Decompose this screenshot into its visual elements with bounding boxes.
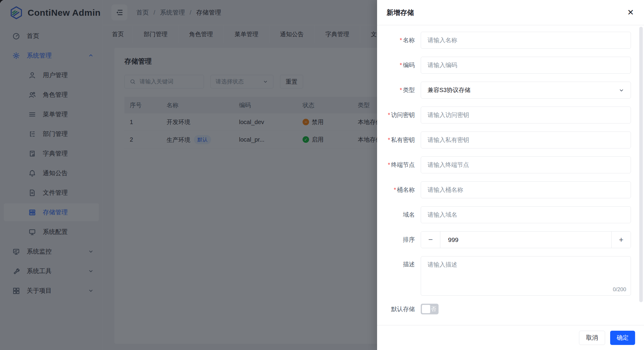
field-label: 桶名称: [377, 186, 421, 194]
bucket-name-field[interactable]: [421, 181, 631, 198]
stepper-minus-button[interactable]: −: [421, 232, 440, 248]
field-label: 类型: [377, 86, 421, 94]
field-label: 编码: [377, 61, 421, 69]
form-row-access-key: 访问密钥: [377, 107, 631, 123]
form-row-type: 类型 兼容S3协议存储: [377, 82, 631, 99]
form-row-secret-key: 私有密钥: [377, 132, 631, 148]
field-label: 访问密钥: [377, 111, 421, 119]
form-row-bucket: 桶名称: [377, 181, 631, 198]
name-field[interactable]: [421, 32, 631, 49]
drawer-title: 新增存储: [387, 8, 414, 17]
drawer-form: 名称 编码 类型 兼容S3协议存储 访问密钥: [377, 26, 644, 325]
drawer-header: 新增存储 ✕: [377, 0, 644, 25]
description-textarea[interactable]: [421, 256, 631, 296]
field-label: 默认存储: [377, 305, 421, 313]
domain-field[interactable]: [421, 206, 631, 223]
stepper-plus-button[interactable]: +: [611, 232, 631, 248]
add-storage-drawer: 新增存储 ✕ 名称 编码 类型 兼容S3协议存储: [377, 0, 644, 350]
drawer-scrollbar-thumb[interactable]: [639, 27, 643, 302]
code-field[interactable]: [421, 57, 631, 74]
drawer-footer: 取消 确定: [377, 325, 644, 350]
form-row-default-storage: 默认存储 否: [377, 304, 631, 314]
field-label: 终端节点: [377, 161, 421, 169]
char-counter: 0/200: [613, 286, 626, 293]
form-row-sort: 排序 − +: [377, 231, 631, 248]
sort-stepper: − +: [421, 231, 631, 248]
type-select[interactable]: 兼容S3协议存储: [421, 82, 631, 99]
field-label: 描述: [377, 260, 421, 268]
form-row-endpoint: 终端节点: [377, 156, 631, 173]
drawer-overlay-mask[interactable]: [0, 0, 377, 350]
field-label: 排序: [377, 236, 421, 244]
sort-value-input[interactable]: [440, 232, 611, 248]
form-row-description: 描述 0/200: [377, 256, 631, 296]
toggle-off-label: 否: [431, 305, 436, 313]
default-storage-toggle[interactable]: 否: [421, 304, 439, 314]
confirm-button[interactable]: 确定: [610, 331, 635, 345]
app-window: ContiNew Admin 首页 系统管理 用户管理: [0, 0, 644, 350]
field-label: 私有密钥: [377, 136, 421, 144]
chevron-down-icon: [618, 87, 625, 94]
field-label: 名称: [377, 36, 421, 44]
type-select-value: 兼容S3协议存储: [428, 86, 470, 94]
form-row-code: 编码: [377, 57, 631, 74]
access-key-field[interactable]: [421, 107, 631, 123]
close-icon[interactable]: ✕: [627, 9, 634, 17]
endpoint-field[interactable]: [421, 156, 631, 173]
cancel-button[interactable]: 取消: [579, 331, 605, 345]
toggle-knob: [422, 305, 430, 313]
secret-key-field[interactable]: [421, 132, 631, 148]
field-label: 域名: [377, 211, 421, 219]
form-row-name: 名称: [377, 32, 631, 49]
form-row-domain: 域名: [377, 206, 631, 223]
